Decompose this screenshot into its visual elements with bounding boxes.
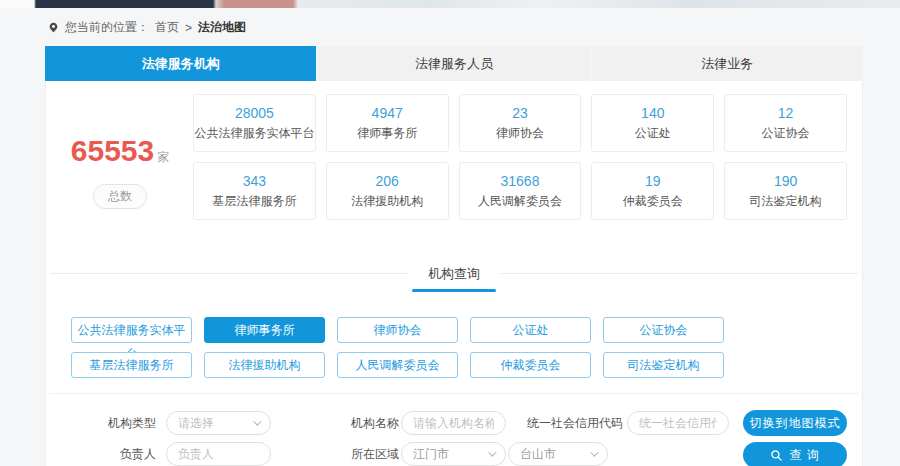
breadcrumb-prefix: 您当前的位置： <box>65 19 149 36</box>
org-name-field <box>401 411 506 435</box>
filter-law-firms[interactable]: 律师事务所 <box>204 317 325 343</box>
region-city-select[interactable]: 江门市 <box>401 442 506 466</box>
org-query-section-title: 机构查询 <box>46 264 862 282</box>
region-label: 所在区域 <box>281 442 399 466</box>
filter-legal-aid[interactable]: 法律援助机构 <box>204 352 325 378</box>
location-pin-icon <box>48 21 59 34</box>
filter-mediation-committees[interactable]: 人民调解委员会 <box>337 352 458 378</box>
breadcrumb-current: 法治地图 <box>198 19 246 36</box>
filter-forensic[interactable]: 司法鉴定机构 <box>603 352 724 378</box>
tab-legal-service-orgs[interactable]: 法律服务机构 <box>45 46 316 81</box>
chevron-down-icon <box>253 417 261 425</box>
credit-code-field <box>627 411 729 435</box>
stat-card-public-platform[interactable]: 28005公共法律服务实体平台 <box>193 94 316 152</box>
total-unit: 家 <box>157 150 169 164</box>
filter-arbitration[interactable]: 仲裁委员会 <box>470 352 591 378</box>
stat-card-legal-aid[interactable]: 206法律援助机构 <box>326 162 449 220</box>
principal-field <box>166 442 271 466</box>
main-tabs: 法律服务机构 法律服务人员 法律业务 <box>45 46 863 81</box>
section-title-text: 机构查询 <box>408 265 500 283</box>
filter-buttons: 公共法律服务实体平台 律师事务所 律师协会 公证处 公证协会 基层法律服务所 法… <box>71 317 862 378</box>
search-icon <box>770 449 783 462</box>
stat-card-notary-assoc[interactable]: 12公证协会 <box>724 94 847 152</box>
stat-card-notary-offices[interactable]: 140公证处 <box>591 94 714 152</box>
tab-legal-service-personnel[interactable]: 法律服务人员 <box>318 46 589 81</box>
stat-card-mediation-committees[interactable]: 31668人民调解委员会 <box>459 162 582 220</box>
credit-code-label: 统一社会信用代码 <box>511 411 623 435</box>
principal-label: 负责人 <box>46 442 156 466</box>
total-number: 65553家 <box>61 134 179 168</box>
stat-card-lawyer-assoc[interactable]: 23律师协会 <box>459 94 582 152</box>
chevron-down-icon <box>590 448 598 456</box>
total-block: 65553家 总数 <box>61 94 179 220</box>
org-name-label: 机构名称 <box>281 411 399 435</box>
filter-notary-assoc[interactable]: 公证协会 <box>603 317 724 343</box>
stat-card-arbitration[interactable]: 19仲裁委员会 <box>591 162 714 220</box>
stat-card-law-firms[interactable]: 4947律师事务所 <box>326 94 449 152</box>
org-type-label: 机构类型 <box>46 411 156 435</box>
breadcrumb-separator: > <box>185 21 192 35</box>
filter-public-platform[interactable]: 公共法律服务实体平台 <box>71 317 192 343</box>
region-district-select[interactable]: 台山市 <box>508 442 608 466</box>
content-panel: 65553家 总数 28005公共法律服务实体平台 4947律师事务所 23律师… <box>45 81 863 466</box>
filter-notary-offices[interactable]: 公证处 <box>470 317 591 343</box>
form-divider <box>49 393 859 394</box>
query-form: 机构类型 请选择 机构名称 统一社会信用代码 切换到地图模式 负责人 所在区域 … <box>46 411 862 466</box>
stat-card-grassroots-offices[interactable]: 343基层法律服务所 <box>193 162 316 220</box>
total-badge: 总数 <box>93 184 147 209</box>
principal-input[interactable] <box>178 447 259 461</box>
chevron-down-icon <box>488 448 496 456</box>
breadcrumb: 您当前的位置：首页 > 法治地图 <box>48 19 900 36</box>
breadcrumb-home-link[interactable]: 首页 <box>155 19 179 36</box>
stat-card-forensic[interactable]: 190司法鉴定机构 <box>724 162 847 220</box>
title-accent-underline <box>412 289 496 292</box>
credit-code-input[interactable] <box>639 416 717 430</box>
stats-section: 65553家 总数 28005公共法律服务实体平台 4947律师事务所 23律师… <box>46 81 862 220</box>
stats-grid: 28005公共法律服务实体平台 4947律师事务所 23律师协会 140公证处 … <box>193 94 847 220</box>
tab-legal-business[interactable]: 法律业务 <box>592 46 863 81</box>
switch-to-map-mode-button[interactable]: 切换到地图模式 <box>743 410 847 436</box>
filter-lawyer-assoc[interactable]: 律师协会 <box>337 317 458 343</box>
org-type-select[interactable]: 请选择 <box>166 411 271 435</box>
banner-image-edge <box>0 0 900 8</box>
search-button[interactable]: 查 询 <box>743 442 847 466</box>
org-name-input[interactable] <box>413 416 494 430</box>
filter-grassroots-offices[interactable]: 基层法律服务所 <box>71 352 192 378</box>
